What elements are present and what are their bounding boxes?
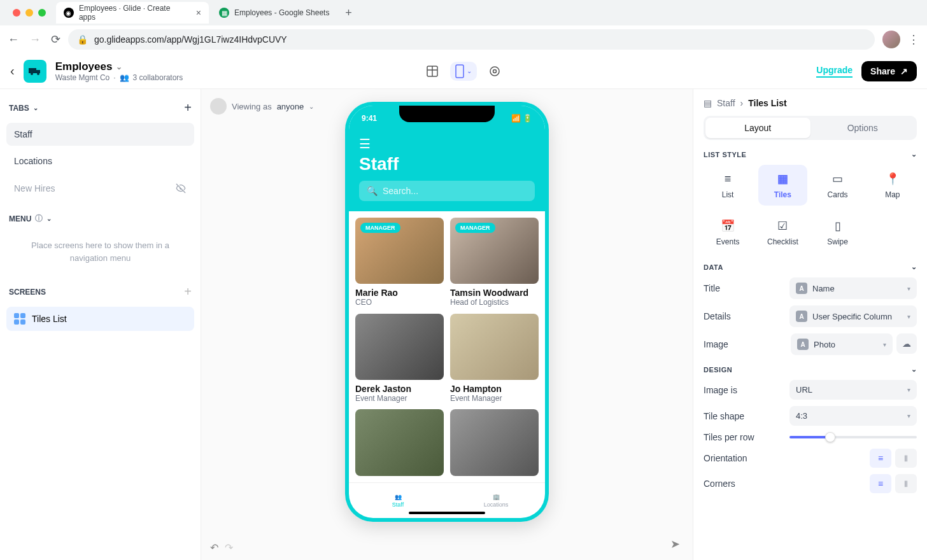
tile-title: Tamsin Woodward (450, 288, 539, 298)
tile-item[interactable]: Derek JastonEvent Manager (355, 314, 444, 403)
swipe-icon: ▯ (830, 218, 846, 234)
header-right: Upgrade Share ↗ (816, 61, 917, 81)
cursor-icon[interactable]: ➤ (670, 537, 680, 551)
chevron-down-icon: ⌄ (911, 365, 917, 374)
tile-item[interactable]: Jo HamptonEvent Manager (450, 314, 539, 403)
tab-item-new-hires[interactable]: New Hires (6, 176, 194, 200)
style-swipe[interactable]: ▯Swipe (814, 212, 862, 253)
back-icon[interactable]: ← (8, 33, 19, 46)
details-select[interactable]: AUser Specific Column▾ (789, 305, 917, 327)
status-time: 9:41 (362, 114, 377, 123)
window-controls[interactable] (5, 9, 53, 17)
list-style-header[interactable]: LIST STYLE ⌄ (704, 150, 917, 158)
add-tab-button[interactable]: + (184, 101, 192, 115)
tile-subtitle: Head of Logistics (450, 298, 539, 307)
new-tab-button[interactable]: + (339, 4, 357, 22)
browser-tab-sheets[interactable]: ▦ Employees - Google Sheets (211, 2, 337, 24)
svg-point-8 (490, 67, 499, 76)
corners-square[interactable]: ⦀ (895, 474, 917, 493)
chevron-down-icon: ⌄ (33, 104, 38, 111)
viewing-who: anyone (277, 102, 304, 111)
app-bar: ☰ Staff 🔍 Search... (349, 131, 545, 211)
back-button[interactable]: ‹ (10, 64, 15, 78)
screens-header[interactable]: SCREENS + (6, 281, 194, 303)
style-tiles[interactable]: ▦Tiles (758, 165, 807, 206)
upgrade-link[interactable]: Upgrade (816, 65, 853, 78)
reload-icon[interactable]: ⟳ (51, 32, 60, 46)
minimize-window-icon[interactable] (25, 9, 33, 17)
chevron-down-icon: ⌄ (116, 62, 122, 71)
tabs-header[interactable]: TABS⌄ + (6, 97, 194, 119)
phone-screen: 9:41 📶 🔋 ☰ Staff 🔍 Search... MANAGERMari… (349, 106, 545, 518)
data-header[interactable]: DATA ⌄ (704, 263, 917, 271)
seg-options[interactable]: Options (810, 118, 916, 138)
search-input[interactable]: 🔍 Search... (359, 181, 535, 201)
main-layout: TABS⌄ + Staff Locations New Hires MENUⓘ⌄… (0, 89, 927, 560)
chevron-down-icon: ▾ (907, 386, 910, 393)
settings-view-button[interactable] (483, 60, 506, 83)
browser-tab-glide[interactable]: ◉ Employees · Glide · Create apps × (56, 2, 209, 24)
image-is-select[interactable]: URL▾ (789, 380, 917, 400)
table-view-button[interactable] (421, 60, 444, 83)
tile-item[interactable] (355, 409, 444, 476)
style-cards[interactable]: ▭Cards (814, 165, 862, 206)
maximize-window-icon[interactable] (38, 9, 46, 17)
style-list[interactable]: ≡List (704, 165, 752, 206)
tab-strip: ◉ Employees · Glide · Create apps × ▦ Em… (0, 0, 927, 25)
prop-label: Image is (704, 385, 737, 395)
add-screen-button[interactable]: + (184, 284, 192, 299)
style-checklist[interactable]: ☑Checklist (758, 212, 807, 253)
tile-shape-select[interactable]: 4:3▾ (789, 406, 917, 426)
slider-thumb[interactable] (825, 432, 835, 442)
seg-layout[interactable]: Layout (705, 118, 810, 138)
chevron-down-icon: ▾ (883, 341, 886, 348)
home-indicator (409, 512, 485, 514)
profile-avatar[interactable] (882, 31, 900, 48)
undo-icon[interactable]: ↶ (210, 542, 218, 554)
close-window-icon[interactable] (13, 9, 20, 17)
close-tab-icon[interactable]: × (196, 8, 201, 18)
forward-icon[interactable]: → (29, 33, 41, 46)
tiles-per-row-slider[interactable] (789, 436, 917, 438)
people-icon: 👥 (395, 494, 402, 500)
tile-subtitle: Event Manager (450, 394, 539, 403)
orientation-vertical[interactable]: ⦀ (895, 449, 917, 468)
viewing-as-pill[interactable]: Viewing as anyone ⌄ (210, 98, 314, 115)
style-map[interactable]: 📍Map (868, 165, 917, 206)
tiles-icon: ▦ (775, 171, 790, 186)
menu-icon[interactable]: ⋮ (908, 32, 919, 46)
column-icon: A (796, 283, 807, 294)
screen-item-tiles-list[interactable]: Tiles List (6, 307, 194, 331)
corners-rounded[interactable]: ≡ (870, 474, 891, 493)
tab-item-locations[interactable]: Locations (6, 150, 194, 172)
title-select[interactable]: AName▾ (789, 277, 917, 299)
hamburger-icon[interactable]: ☰ (359, 136, 535, 151)
phone-preview: 9:41 📶 🔋 ☰ Staff 🔍 Search... MANAGERMari… (345, 102, 549, 522)
app-title-row[interactable]: Employees ⌄ (55, 60, 183, 73)
glide-favicon-icon: ◉ (64, 8, 74, 18)
chevron-down-icon: ▾ (907, 412, 910, 419)
tile-item[interactable]: MANAGERTamsin WoodwardHead of Logistics (450, 218, 539, 307)
menu-header[interactable]: MENUⓘ⌄ (6, 209, 194, 228)
style-label: Events (716, 237, 740, 246)
org-name: Waste Mgmt Co (55, 73, 110, 82)
crumb-parent[interactable]: Staff (717, 98, 735, 108)
image-select[interactable]: APhoto▾ (791, 333, 893, 355)
select-value: Name (812, 284, 835, 293)
upload-button[interactable]: ☁ (896, 333, 917, 354)
slider-fill (789, 436, 830, 438)
style-events[interactable]: 📅Events (704, 212, 752, 253)
undo-redo: ↶ ↷ (210, 542, 233, 554)
tab-item-staff[interactable]: Staff (6, 123, 194, 146)
redo-icon[interactable]: ↷ (225, 542, 233, 554)
share-button[interactable]: Share ↗ (861, 61, 917, 81)
app-logo[interactable] (24, 60, 46, 83)
url-field[interactable]: 🔒 go.glideapps.com/app/Wgj1GL7iwz4IHdvpC… (68, 29, 875, 50)
orientation-horizontal[interactable]: ≡ (870, 449, 891, 468)
tile-item[interactable] (450, 409, 539, 476)
tile-item[interactable]: MANAGERMarie RaoCEO (355, 218, 444, 307)
prop-label: Corners (704, 479, 735, 489)
phone-view-group[interactable]: ⌄ (450, 62, 477, 81)
segmented-control: Layout Options (704, 116, 917, 140)
design-header[interactable]: DESIGN ⌄ (704, 365, 917, 374)
